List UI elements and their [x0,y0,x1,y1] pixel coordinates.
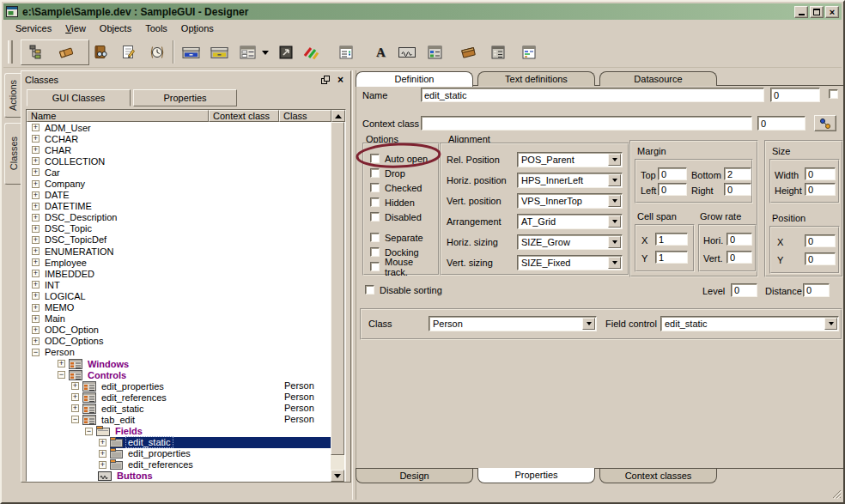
tree-expander-icon[interactable]: + [32,326,40,334]
dropdown-button[interactable] [582,318,595,330]
tree-expander-icon[interactable]: + [32,225,40,233]
field-control-dropdown[interactable]: edit_static [660,316,839,331]
tree-expander-icon[interactable]: + [71,404,79,412]
option-checkbox[interactable] [370,233,380,242]
preview-icon[interactable] [275,41,297,64]
tree-expander-icon[interactable]: + [32,247,40,255]
dropdown-button[interactable] [608,257,621,269]
grow-rate-hori-input[interactable] [726,233,752,246]
tree-expander-icon[interactable]: + [32,315,40,323]
tree-expander-icon[interactable]: − [32,349,40,356]
tree-item-edit_static[interactable]: +edit_static [27,437,331,448]
tree-item-DSC_TopicDef[interactable]: +DSC_TopicDef [27,234,331,246]
form-list-icon[interactable] [335,41,357,64]
option-checkbox[interactable] [370,154,380,163]
clock-icon[interactable] [146,41,168,64]
tree-expander-icon[interactable]: + [99,461,106,469]
tree-item-tab_edit[interactable]: −tab_editPerson [27,414,331,425]
toolbar-drag-handle[interactable] [8,40,13,64]
context-class-picker-button[interactable] [814,115,836,131]
dropdown-button[interactable] [608,174,621,186]
tree-expander-icon[interactable]: + [32,135,40,143]
maximize-button[interactable] [810,6,824,18]
edit-document-icon[interactable] [118,41,140,64]
sidebar-tab-classes[interactable]: Classes [4,123,22,185]
tree-item-CCHAR[interactable]: +CCHAR [27,133,331,144]
margin-top-input[interactable] [658,167,687,180]
column-header-class[interactable]: Class [279,110,331,122]
tree-item-edit_references[interactable]: +edit_referencesPerson [27,392,331,403]
tree-item-Employee[interactable]: +Employee [27,257,331,268]
dropdown-button[interactable] [608,154,621,166]
tree-item-Person[interactable]: −Person [27,347,331,358]
form-grid-icon[interactable] [236,41,258,64]
menu-item[interactable]: Tools [138,21,174,35]
tree-expander-icon[interactable]: − [85,428,93,435]
tree-item-COLLECTION[interactable]: +COLLECTION [27,155,331,167]
tree-expander-icon[interactable]: + [32,270,40,277]
tree-item-Car[interactable]: +Car [27,167,331,178]
alignment-dropdown[interactable]: HPS_InnerLeft [517,173,623,188]
tree-item-CHAR[interactable]: +CHAR [27,144,331,155]
form-rows-icon[interactable] [487,41,509,64]
top-tab[interactable]: Definition [356,71,473,87]
tree-expander-icon[interactable]: + [32,292,40,300]
name-checkbox[interactable] [829,89,838,99]
option-checkbox[interactable] [370,247,380,257]
top-tab[interactable]: Text definitions [477,71,595,86]
hierarchy-icon[interactable] [25,41,47,64]
tree-item-Main[interactable]: +Main [27,313,331,325]
sidebar-tab-actions[interactable]: Actions [4,73,21,118]
book-glasses-icon[interactable] [88,41,111,64]
name-input[interactable] [421,88,764,102]
tree-item-DSC_Description[interactable]: +DSC_Description [27,212,331,223]
top-tab[interactable]: Datasource [599,71,717,86]
alignment-dropdown[interactable]: SIZE_Grow [517,234,623,250]
margin-right-input[interactable] [724,183,751,196]
margin-left-input[interactable] [658,183,687,196]
tree-item-LOGICAL[interactable]: +LOGICAL [27,290,331,301]
tree-item-edit_properties[interactable]: +edit_properties [27,448,331,459]
tab-gui-classes[interactable]: GUI Classes [27,89,131,106]
tree-expander-icon[interactable]: + [32,191,40,199]
close-panel-button[interactable] [334,75,347,86]
bottom-tab[interactable]: Properties [477,468,595,483]
dropdown-button[interactable] [608,195,621,207]
tree-item-Buttons[interactable]: Buttons [27,471,331,482]
tree-item-IMBEDDED[interactable]: +IMBEDDED [27,268,331,279]
grow-rate-vert-input[interactable] [726,251,752,264]
tree-expander-icon[interactable]: + [71,393,79,401]
column-header-name[interactable]: Name [27,110,209,122]
tree-expander-icon[interactable]: + [32,281,40,288]
drawer-blue-icon[interactable] [180,41,203,64]
distance-input[interactable] [803,283,830,297]
tree-expander-icon[interactable]: + [32,157,40,165]
close-button[interactable] [825,6,839,18]
alignment-dropdown[interactable]: VPS_InnerTop [517,193,623,209]
minimize-button[interactable] [794,6,808,18]
dropdown-button[interactable] [608,236,621,248]
tree-item-MEMO[interactable]: +MEMO [27,302,331,313]
tree-expander-icon[interactable]: + [32,168,40,176]
scroll-down-button[interactable] [331,470,344,482]
form-window-icon[interactable] [423,41,446,64]
alignment-dropdown[interactable]: AT_Grid [517,214,623,229]
menu-item[interactable]: View [58,21,93,35]
vertical-scrollbar[interactable] [331,122,344,470]
tree-expander-icon[interactable]: + [32,124,40,131]
name-number-input[interactable] [770,88,820,102]
tree-item-ADM_User[interactable]: +ADM_User [27,122,331,133]
scrollbar-thumb[interactable] [331,122,344,455]
scroll-up-button[interactable] [331,110,345,122]
option-checkbox[interactable] [370,183,380,192]
tree-item-DATETIME[interactable]: +DATETIME [27,201,331,212]
tree-expander-icon[interactable]: + [32,180,40,188]
alignment-dropdown[interactable]: POS_Parent [517,152,623,167]
drawer-yellow-icon[interactable] [209,41,231,64]
option-checkbox[interactable] [370,212,380,222]
tree-item-edit_static[interactable]: +edit_staticPerson [27,403,331,414]
option-checkbox[interactable] [370,168,380,178]
tree-item-Controls[interactable]: −Controls [27,369,331,380]
tree-expander-icon[interactable]: + [32,203,40,210]
disable-sorting-checkbox[interactable] [365,285,374,295]
